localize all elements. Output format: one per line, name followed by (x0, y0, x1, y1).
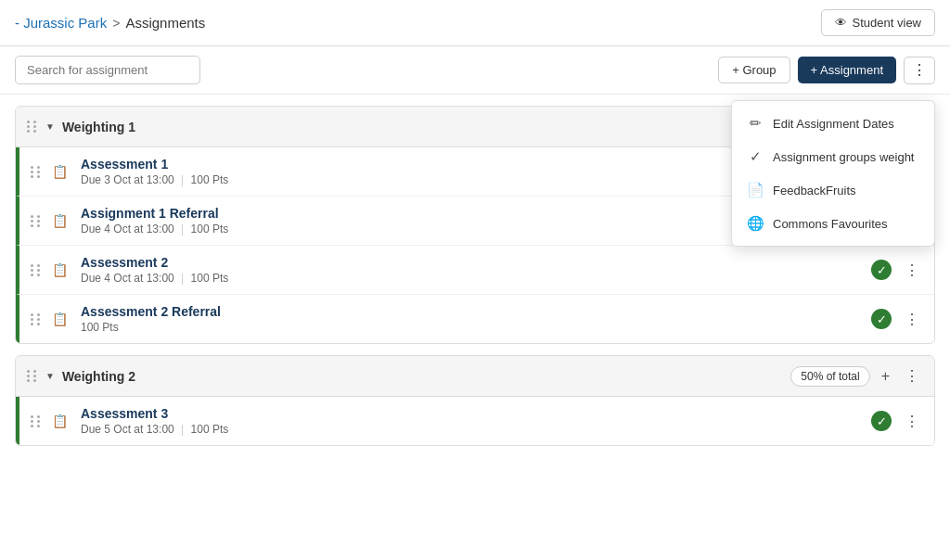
assignment-type-icon: 📋 (49, 210, 70, 231)
dropdown-item-commons[interactable]: 🌐 Commons Favourites (732, 207, 934, 240)
assignment-name[interactable]: Assessment 2 (81, 255, 864, 270)
breadcrumb-separator: > (112, 16, 120, 31)
chevron-down-icon-group2[interactable]: ▼ (45, 371, 55, 381)
dropdown-menu: ✏ Edit Assignment Dates ✓ Assignment gro… (731, 100, 935, 247)
student-view-button[interactable]: 👁 Student view (821, 9, 935, 36)
table-row: 📋 Assessment 3 Due 5 Oct at 13:00 | 100 … (16, 397, 934, 445)
group-header-right: 50% of total + ⋮ (790, 365, 923, 387)
group-title-weighting-1: Weighting 1 (62, 120, 135, 134)
assignment-row-right: ✓ ⋮ (871, 309, 923, 330)
meta-sep: | (181, 423, 184, 436)
group-header-weighting-2: ▼ Weighting 2 50% of total + ⋮ (16, 356, 934, 397)
chevron-down-icon-group1[interactable]: ▼ (45, 121, 55, 132)
row-more-button[interactable]: ⋮ (901, 260, 923, 281)
assignment-type-icon: 📋 (49, 411, 70, 431)
drag-handle-row[interactable] (31, 166, 42, 178)
due-label: Due 3 Oct at 13:00 (81, 173, 174, 186)
due-label: Due 4 Oct at 13:00 (81, 223, 174, 235)
dropdown-item-groups-weight[interactable]: ✓ Assignment groups weight (732, 140, 934, 173)
group-more-button-2[interactable]: ⋮ (901, 365, 923, 387)
assignment-type-icon: 📋 (49, 309, 70, 329)
toolbar-more-button[interactable]: ⋮ (904, 57, 935, 84)
pts-label: 100 Pts (191, 223, 229, 235)
group-header-left: ▼ Weighting 1 (27, 120, 135, 134)
assignment-type-icon: 📋 (49, 260, 70, 280)
breadcrumb: - Jurassic Park > Assignments (15, 15, 205, 31)
search-input[interactable] (15, 56, 200, 84)
check-icon-menu: ✓ (747, 148, 764, 165)
meta-sep: | (181, 173, 184, 186)
published-check-icon: ✓ (871, 309, 892, 329)
table-row: 📋 Assessment 2 Due 4 Oct at 13:00 | 100 … (16, 246, 934, 295)
assignment-meta: Due 4 Oct at 13:00 | 100 Pts (81, 272, 864, 285)
row-more-button[interactable]: ⋮ (901, 411, 923, 432)
row-more-button[interactable]: ⋮ (901, 309, 923, 330)
student-view-label: Student view (853, 16, 921, 30)
assignment-info: Assessment 2 Due 4 Oct at 13:00 | 100 Pt… (81, 255, 864, 285)
dropdown-item-feedbackfruits[interactable]: 📄 FeedbackFruits (732, 173, 934, 207)
due-label: Due 5 Oct at 13:00 (81, 423, 174, 436)
pts-label: 100 Pts (191, 272, 229, 285)
drag-handle-row[interactable] (31, 215, 42, 227)
due-label: Due 4 Oct at 13:00 (81, 272, 174, 285)
assignment-row-right: ✓ ⋮ (871, 411, 923, 432)
drag-handle-row[interactable] (31, 415, 42, 427)
assignment-meta: Due 5 Oct at 13:00 | 100 Pts (81, 423, 864, 436)
table-row: 📋 Assessment 2 Referral 100 Pts ✓ ⋮ (16, 295, 934, 343)
pts-label: 100 Pts (191, 173, 229, 186)
commons-icon: 🌐 (747, 215, 764, 232)
assignment-row-right: ✓ ⋮ (871, 260, 923, 281)
drag-handle-row[interactable] (31, 313, 42, 325)
assignment-name[interactable]: Assessment 3 (81, 406, 864, 421)
assignment-info: Assessment 3 Due 5 Oct at 13:00 | 100 Pt… (81, 406, 864, 436)
meta-sep: | (181, 223, 184, 235)
dropdown-item-edit-dates[interactable]: ✏ Edit Assignment Dates (732, 107, 934, 140)
edit-dates-icon: ✏ (747, 115, 764, 132)
page-header: - Jurassic Park > Assignments 👁 Student … (0, 0, 950, 46)
drag-handle-group1[interactable] (27, 121, 38, 133)
drag-handle-row[interactable] (31, 264, 42, 276)
assignment-type-icon: 📋 (49, 161, 70, 182)
group-title-weighting-2: Weighting 2 (62, 369, 135, 384)
pts-label: 100 Pts (81, 321, 119, 334)
dropdown-item-label: Assignment groups weight (773, 150, 914, 164)
assignment-info: Assessment 2 Referral 100 Pts (81, 304, 864, 334)
dropdown-item-label: Edit Assignment Dates (773, 117, 894, 131)
feedbackfruits-icon: 📄 (747, 182, 764, 198)
student-view-icon: 👁 (835, 16, 847, 30)
meta-sep: | (181, 272, 184, 285)
group-section-weighting-2: ▼ Weighting 2 50% of total + ⋮ 📋 Assessm… (15, 355, 935, 446)
drag-handle-group2[interactable] (27, 370, 38, 382)
breadcrumb-current: Assignments (125, 15, 205, 31)
toolbar-actions: + Group + Assignment ⋮ (718, 57, 935, 84)
pts-label: 100 Pts (191, 423, 229, 436)
assignment-name[interactable]: Assessment 2 Referral (81, 304, 864, 319)
group-header-left: ▼ Weighting 2 (27, 369, 135, 384)
add-group-button[interactable]: + Group (718, 57, 790, 83)
published-check-icon: ✓ (871, 411, 892, 431)
published-check-icon: ✓ (871, 260, 892, 280)
breadcrumb-link[interactable]: - Jurassic Park (15, 15, 107, 31)
assignment-meta: 100 Pts (81, 321, 864, 334)
dropdown-item-label: Commons Favourites (773, 217, 888, 231)
add-assignment-button[interactable]: + Assignment (798, 57, 896, 83)
dropdown-item-label: FeedbackFruits (773, 184, 856, 197)
group-weight-badge-2: 50% of total (790, 366, 869, 387)
group-add-button-2[interactable]: + (878, 366, 893, 387)
toolbar: + Group + Assignment ⋮ (0, 46, 950, 95)
